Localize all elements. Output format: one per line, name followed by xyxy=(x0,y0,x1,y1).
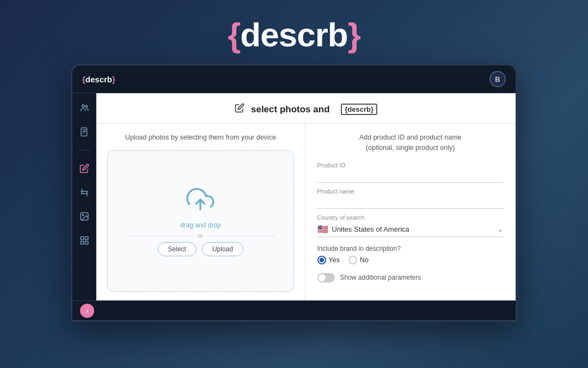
svg-rect-15 xyxy=(81,237,83,239)
country-label: Country of search xyxy=(317,214,504,221)
select-button[interactable]: Select xyxy=(158,242,197,256)
right-panel-description: Add product ID and product name (optiona… xyxy=(317,132,504,153)
laptop-frame: {descrb} B xyxy=(71,64,517,322)
product-name-input[interactable] xyxy=(317,196,504,209)
brand-question-label: Include brand in description? xyxy=(317,245,504,252)
sidebar xyxy=(72,93,96,300)
brand-yes-option[interactable]: Yes xyxy=(317,256,340,264)
additional-params-toggle[interactable] xyxy=(317,273,335,282)
top-logo-area: {descrb} xyxy=(228,15,360,54)
top-logo-brace-open: { xyxy=(228,16,240,53)
upload-cloud-icon xyxy=(186,185,215,216)
drag-drop-label: drag and drop xyxy=(180,221,221,229)
sidebar-icon-users[interactable] xyxy=(77,101,91,115)
additional-params-row: Show additional parameters xyxy=(317,273,504,282)
sidebar-icon-edit[interactable] xyxy=(77,161,91,176)
svg-point-3 xyxy=(82,105,84,107)
sidebar-icon-tools[interactable] xyxy=(77,185,91,200)
country-flag: 🇺🇸 xyxy=(317,224,328,234)
left-panel: Upload photos by selecting them from you… xyxy=(96,124,305,300)
svg-point-4 xyxy=(85,105,87,107)
brand-radio-group: Yes No xyxy=(317,256,504,264)
two-col-layout: Upload photos by selecting them from you… xyxy=(96,124,516,300)
svg-point-14 xyxy=(82,214,83,215)
top-logo-brace-close: } xyxy=(348,16,360,53)
upload-buttons: Select Upload xyxy=(158,242,243,256)
top-logo-name: descrb xyxy=(240,16,347,53)
left-panel-description: Upload photos by selecting them from you… xyxy=(125,132,276,143)
page-title-logo: {descrb} xyxy=(341,104,377,115)
additional-params-label: Show additional parameters xyxy=(340,274,421,281)
brand-yes-label: Yes xyxy=(329,256,340,264)
svg-rect-18 xyxy=(85,242,88,244)
svg-rect-17 xyxy=(81,242,83,244)
main-content: select photos and {descrb} Upload photos… xyxy=(96,93,516,300)
sidebar-divider xyxy=(78,150,90,150)
country-select[interactable]: 🇺🇸 Unites States of America ⌄ xyxy=(317,222,504,237)
country-name: Unites States of America xyxy=(332,225,409,233)
page-logo-brace-close: } xyxy=(371,105,373,113)
chevron-down-icon: ⌄ xyxy=(497,225,504,233)
app-header: {descrb} B xyxy=(72,65,516,93)
product-id-field: Product ID xyxy=(317,162,504,183)
app-footer: › xyxy=(72,300,516,320)
or-divider: or xyxy=(126,232,274,239)
country-select-value: 🇺🇸 Unites States of America xyxy=(317,224,409,234)
avatar[interactable]: B xyxy=(489,71,506,87)
header-brace-close: } xyxy=(112,75,115,84)
country-field: Country of search 🇺🇸 Unites States of Am… xyxy=(317,214,504,237)
brand-section: Include brand in description? Yes No xyxy=(317,245,504,264)
upload-button[interactable]: Upload xyxy=(202,242,243,256)
app-header-logo: {descrb} xyxy=(82,75,115,84)
app-body: select photos and {descrb} Upload photos… xyxy=(72,93,516,300)
header-logo-name: descrb xyxy=(85,75,112,84)
forward-arrow-button[interactable]: › xyxy=(80,304,94,318)
upload-dropzone[interactable]: drag and drop or Select Upload xyxy=(107,150,294,292)
product-name-label: Product name xyxy=(317,188,504,195)
sidebar-icon-document[interactable] xyxy=(77,125,91,139)
radio-yes-circle xyxy=(317,256,326,264)
page-logo-name: descrb xyxy=(347,105,371,113)
sidebar-icon-grid[interactable] xyxy=(77,233,91,248)
product-id-label: Product ID xyxy=(317,162,504,168)
brand-no-option[interactable]: No xyxy=(348,256,369,264)
radio-no-circle xyxy=(348,256,357,264)
product-id-input[interactable] xyxy=(317,170,504,183)
edit-pencil-icon xyxy=(235,103,247,116)
page-title-text: select photos and xyxy=(251,104,330,115)
svg-rect-16 xyxy=(85,237,88,239)
brand-no-label: No xyxy=(360,256,369,264)
sidebar-icon-image[interactable] xyxy=(77,209,91,224)
page-header: select photos and {descrb} xyxy=(96,93,516,124)
right-panel: Add product ID and product name (optiona… xyxy=(305,124,516,300)
product-name-field: Product name xyxy=(317,188,504,209)
